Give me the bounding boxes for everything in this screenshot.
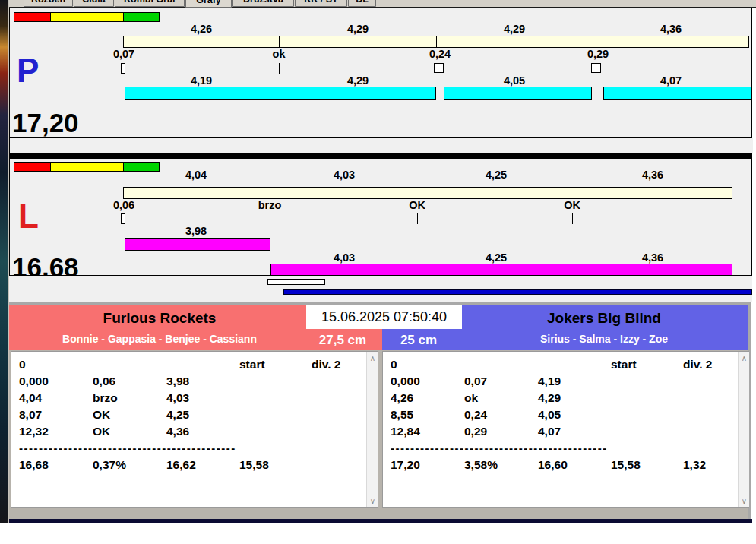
datetime-box: 15.06.2025 07:50:40 bbox=[306, 305, 462, 329]
l-run-bar-seg1 bbox=[125, 238, 270, 251]
scroll-down-icon[interactable]: ∨ bbox=[739, 495, 750, 507]
cell: 4,36 bbox=[166, 425, 189, 438]
cell: ok bbox=[464, 391, 478, 405]
tab-rozbeh[interactable]: Rozbeh bbox=[24, 0, 73, 7]
cell: 4,05 bbox=[538, 408, 561, 422]
p-run-split-3: 4,05 bbox=[480, 75, 549, 87]
l-top-split-3: 4,25 bbox=[462, 169, 530, 181]
cell: 0,000 bbox=[19, 375, 49, 388]
cell: 3,58% bbox=[464, 458, 498, 472]
l-run-split-1: 3,98 bbox=[162, 226, 230, 237]
cell: 0 bbox=[19, 358, 26, 372]
lane-panel-p: P 17,20 4,26 4,29 4,29 4,36 0,07 ok 0,24… bbox=[9, 8, 752, 138]
tab-kombi-graf[interactable]: Kombi Graf bbox=[115, 0, 185, 7]
lane-panel-l: L 16,68 4,04 4,03 4,25 4,36 0,06 brzo OK… bbox=[9, 158, 752, 276]
p-change-2: ok bbox=[248, 49, 309, 60]
p-top-split-2: 4,29 bbox=[324, 24, 392, 35]
cell: OK bbox=[93, 408, 110, 422]
l-change-1: 0,06 bbox=[93, 200, 154, 211]
cell: 16,60 bbox=[538, 458, 568, 472]
scoreboard-box: Furious Rockets Bonnie - Gappasia - Benj… bbox=[6, 302, 751, 521]
cell: 16,68 bbox=[19, 458, 49, 472]
app-window: Rozbeh Cidla Kombi Graf Grafy Družstva K… bbox=[0, 0, 756, 544]
l-top-split-2: 4,03 bbox=[310, 169, 378, 181]
p-run-split-4: 4,07 bbox=[637, 75, 705, 87]
scroll-up-icon[interactable]: ∧ bbox=[739, 352, 750, 364]
progress-outline-bar bbox=[267, 279, 325, 285]
p-change-tick-2 bbox=[279, 63, 280, 74]
left-team-name: Furious Rockets bbox=[46, 310, 274, 327]
lane-letter-l: L bbox=[18, 201, 39, 232]
right-jump-height: 25 cm bbox=[381, 333, 457, 348]
cell: 3,98 bbox=[166, 375, 189, 388]
lane-total-p: 17,20 bbox=[12, 110, 79, 136]
panel-gap bbox=[9, 138, 753, 153]
p-reference-bar-seg2 bbox=[279, 36, 437, 48]
cell: 16,62 bbox=[166, 458, 196, 472]
right-team-name: Jokers Big Blind bbox=[490, 310, 718, 327]
p-run-bar-seg2 bbox=[280, 87, 436, 100]
cell: 15,58 bbox=[611, 458, 641, 472]
cell: brzo bbox=[93, 391, 118, 405]
l-run-split-4: 4,36 bbox=[618, 252, 687, 264]
cell: 0,37% bbox=[93, 458, 126, 472]
table-separator: ----------------------------------------… bbox=[19, 441, 236, 454]
legend-yellow-1 bbox=[50, 12, 87, 22]
l-reference-bar-seg2 bbox=[270, 187, 419, 199]
p-change-box-4 bbox=[591, 63, 601, 73]
p-change-4: 0,29 bbox=[568, 49, 628, 60]
right-results-table[interactable]: 0 start div. 2 0,000 0,07 4,19 4,26 ok 4… bbox=[382, 351, 749, 508]
cell: 0,06 bbox=[93, 375, 115, 388]
cell: 4,25 bbox=[166, 408, 189, 422]
p-reference-bar-seg3 bbox=[436, 36, 593, 48]
l-change-tick-2 bbox=[270, 213, 270, 224]
l-run-split-3: 4,25 bbox=[462, 252, 530, 264]
legend-green bbox=[123, 162, 160, 172]
cell: 17,20 bbox=[391, 458, 420, 472]
cell: 4,04 bbox=[19, 391, 42, 405]
cell: div. 2 bbox=[312, 358, 340, 372]
cell: 15,58 bbox=[239, 458, 269, 472]
l-run-bar-seg3 bbox=[419, 264, 574, 276]
l-change-2: brzo bbox=[239, 200, 300, 211]
p-change-box-3 bbox=[434, 63, 444, 73]
legend-yellow-2 bbox=[87, 12, 124, 22]
window-left-border bbox=[8, 0, 9, 523]
cell: 8,55 bbox=[391, 408, 413, 422]
cell: 8,07 bbox=[19, 408, 42, 422]
tab-grafy[interactable]: Grafy bbox=[185, 0, 232, 8]
l-reference-bar-seg1 bbox=[123, 187, 270, 199]
tab-cidla[interactable]: Cidla bbox=[74, 0, 114, 7]
legend-yellow-1 bbox=[50, 162, 87, 172]
legend-red bbox=[14, 12, 51, 22]
left-team-members: Bonnie - Gappasia - Benjee - Cassiann bbox=[27, 333, 293, 345]
tab-bar: Rozbeh Cidla Kombi Graf Grafy Družstva K… bbox=[0, 0, 756, 8]
tab-kk-st[interactable]: KK / ST bbox=[295, 0, 347, 7]
scroll-down-icon[interactable]: ∨ bbox=[367, 495, 378, 507]
left-table-scrollbar[interactable]: ∧ ∨ bbox=[366, 352, 378, 507]
p-run-split-2: 4,29 bbox=[324, 75, 392, 87]
l-reference-bar-seg4 bbox=[574, 187, 732, 199]
cell: div. 2 bbox=[683, 358, 712, 372]
l-change-4: OK bbox=[542, 200, 603, 211]
cell: 4,19 bbox=[538, 375, 561, 388]
cell: 0,24 bbox=[464, 408, 487, 422]
tab-dl[interactable]: DL bbox=[348, 0, 376, 7]
p-top-split-4: 4,36 bbox=[637, 24, 705, 35]
right-table-scrollbar[interactable]: ∧ ∨ bbox=[738, 352, 749, 507]
right-team-members: Sirius - Salma - Izzy - Zoe bbox=[471, 333, 737, 345]
p-change-3: 0,24 bbox=[410, 49, 470, 60]
l-change-3: OK bbox=[387, 200, 448, 211]
scroll-up-icon[interactable]: ∧ bbox=[367, 352, 378, 364]
cell: 4,03 bbox=[166, 391, 189, 405]
p-run-bar-seg3 bbox=[444, 87, 592, 100]
p-reference-bar-seg4 bbox=[593, 36, 749, 48]
lane-letter-p: P bbox=[17, 55, 39, 86]
left-results-table[interactable]: 0 start div. 2 0,000 0,06 3,98 4,04 brzo… bbox=[11, 351, 378, 508]
cell: 12,84 bbox=[391, 425, 420, 438]
progress-blue-bar bbox=[283, 289, 752, 295]
cell: 0 bbox=[391, 358, 397, 372]
legend-green bbox=[123, 12, 160, 22]
tab-druzstva[interactable]: Družstva bbox=[232, 0, 294, 7]
cell: OK bbox=[93, 425, 110, 438]
